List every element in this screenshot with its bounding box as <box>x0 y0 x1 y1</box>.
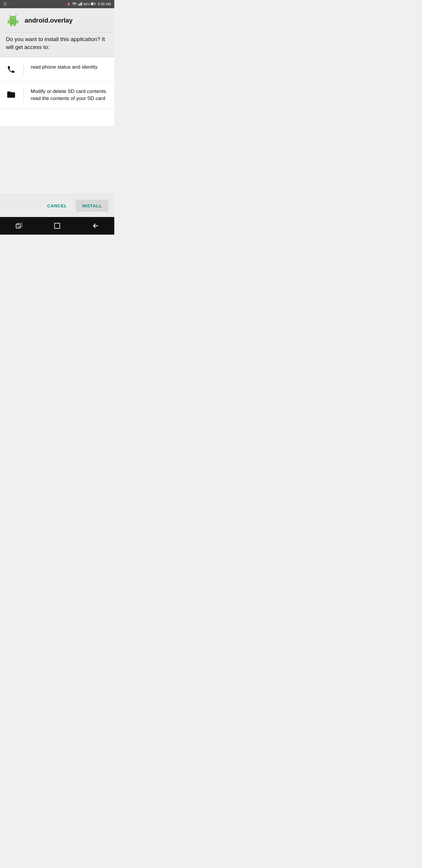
install-button[interactable]: INSTALL <box>75 200 108 212</box>
status-bar-right: 🔇 48% 5:45 AM <box>67 2 111 6</box>
svg-rect-2 <box>80 3 80 6</box>
svg-rect-16 <box>10 24 12 26</box>
permissions-list: read phone status and identity Modify or… <box>0 57 114 125</box>
phone-icon <box>6 64 17 75</box>
svg-rect-1 <box>79 4 79 6</box>
svg-point-10 <box>9 16 17 21</box>
app-name-label: android.overlay <box>25 17 73 24</box>
home-button[interactable] <box>51 220 63 232</box>
svg-line-9 <box>15 15 17 17</box>
permission-item-phone: read phone status and identity <box>0 57 114 82</box>
status-bar-left: ☷ <box>3 2 7 6</box>
back-button[interactable] <box>89 220 102 232</box>
svg-rect-17 <box>14 24 15 26</box>
status-bar: ☷ 🔇 48% 5: <box>0 0 114 8</box>
permission-phone-text: read phone status and identity <box>31 64 108 71</box>
svg-point-12 <box>14 18 15 19</box>
signal-icon <box>78 2 82 6</box>
install-question: Do you want to install this application?… <box>0 33 114 57</box>
svg-rect-14 <box>8 20 9 24</box>
svg-rect-4 <box>82 2 82 6</box>
svg-line-8 <box>9 15 10 17</box>
svg-rect-0 <box>78 4 78 6</box>
svg-rect-6 <box>95 3 95 4</box>
svg-rect-15 <box>17 20 18 24</box>
cancel-button[interactable]: CANCEL <box>41 200 73 212</box>
svg-rect-3 <box>80 3 81 6</box>
permission-sdcard-text: Modify or delete SD card contents.read t… <box>31 88 108 102</box>
install-question-text: Do you want to install this application?… <box>6 36 105 50</box>
svg-point-11 <box>11 18 12 19</box>
svg-rect-13 <box>9 20 17 25</box>
permission-item-sdcard: Modify or delete SD card contents.read t… <box>0 82 114 109</box>
wifi-icon <box>72 2 77 6</box>
recents-button[interactable] <box>12 220 26 232</box>
svg-rect-20 <box>55 223 60 228</box>
folder-icon <box>6 89 17 99</box>
empty-area <box>0 126 114 194</box>
svg-rect-7 <box>91 3 93 5</box>
battery-percentage: 48% <box>83 2 90 6</box>
notification-icon: ☷ <box>3 2 7 6</box>
mute-icon: 🔇 <box>67 2 71 6</box>
battery-icon <box>91 2 96 6</box>
bottom-buttons: CANCEL INSTALL <box>0 194 114 217</box>
app-header: android.overlay <box>0 8 114 33</box>
nav-bar <box>0 217 114 235</box>
android-robot-icon <box>6 13 20 28</box>
status-time: 5:45 AM <box>98 2 111 6</box>
